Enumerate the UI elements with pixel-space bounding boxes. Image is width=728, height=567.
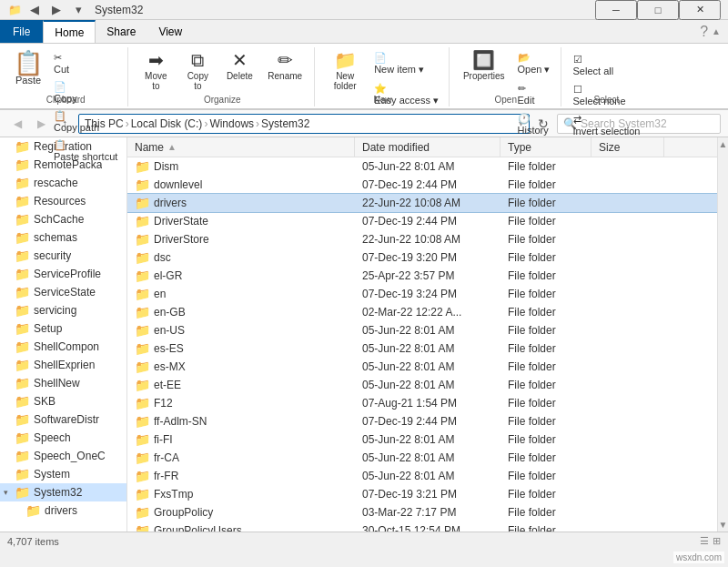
table-row[interactable]: 📁 downlevel 07-Dec-19 2:44 PM File folde…: [127, 176, 717, 194]
file-name-cell: 📁 F12: [127, 396, 355, 410]
column-name[interactable]: Name ▲: [127, 137, 355, 157]
paste-shortcut-button[interactable]: 📋 Paste shortcut: [49, 137, 122, 165]
scroll-up-btn[interactable]: ▲: [718, 137, 728, 149]
table-row[interactable]: 📁 GroupPolicy 03-Mar-22 7:17 PM File fol…: [127, 503, 717, 521]
cut-button[interactable]: ✂ Cut: [49, 49, 122, 77]
file-name-cell: 📁 GroupPolicyUsers: [127, 523, 355, 532]
ribbon-group-new: 📁 Newfolder 📄 New item ▾ ⭐ Easy access ▾…: [317, 47, 450, 106]
maximize-button[interactable]: □: [637, 0, 679, 20]
tree-item-security[interactable]: 📁 security: [0, 247, 126, 265]
table-row[interactable]: 📁 en-GB 02-Mar-22 12:22 A... File folder: [127, 303, 717, 321]
table-row[interactable]: 📁 GroupPolicyUsers 30-Oct-15 12:54 PM Fi…: [127, 521, 717, 532]
open-button[interactable]: 📂 Open ▾: [513, 49, 555, 78]
table-row[interactable]: 📁 en 07-Dec-19 3:24 PM File folder: [127, 285, 717, 303]
copy-path-button[interactable]: 📋 Copy path: [49, 107, 122, 136]
tree-item-drivers[interactable]: 📁 drivers: [0, 501, 126, 520]
tree-item-servicestate[interactable]: 📁 ServiceState: [0, 283, 126, 301]
file-date-cell: 05-Jun-22 8:01 AM: [355, 379, 500, 391]
tree-item-shellexperien[interactable]: 📁 ShellExprien: [0, 356, 126, 374]
file-type-cell: File folder: [500, 215, 592, 228]
properties-label: Properties: [463, 71, 505, 81]
tree-item-serviceprofile[interactable]: 📁 ServiceProfile: [0, 265, 126, 283]
qa-back[interactable]: ◀: [25, 1, 44, 19]
table-row[interactable]: 📁 el-GR 25-Apr-22 3:57 PM File folder: [127, 267, 717, 285]
paste-button[interactable]: 📋 Paste: [9, 47, 47, 89]
table-row[interactable]: 📁 Dism 05-Jun-22 8:01 AM File folder: [127, 157, 717, 176]
tree-item-shellcompon[interactable]: 📁 ShellCompon: [0, 338, 126, 356]
tree-item-system[interactable]: 📁 System: [0, 465, 126, 483]
table-row[interactable]: 📁 fi-FI 05-Jun-22 8:01 AM File folder: [127, 430, 717, 449]
tab-file[interactable]: File: [0, 20, 43, 43]
properties-button[interactable]: 🔲 Properties: [457, 47, 511, 85]
invert-selection-button[interactable]: ⇄ Invert selection: [569, 111, 645, 139]
new-folder-button[interactable]: 📁 Newfolder: [322, 47, 368, 95]
folder-icon: 📁: [135, 378, 150, 392]
folder-icon: 📁: [135, 323, 150, 338]
select-all-button[interactable]: ☑ Select all: [569, 51, 645, 79]
file-date-cell: 05-Jun-22 8:01 AM: [355, 360, 500, 373]
tree-item-schcache[interactable]: 📁 SchCache: [0, 210, 126, 228]
table-row[interactable]: 📁 DriverState 07-Dec-19 2:44 PM File fol…: [127, 212, 717, 230]
table-row[interactable]: 📁 F12 07-Aug-21 1:54 PM File folder: [127, 394, 717, 412]
table-row[interactable]: 📁 et-EE 05-Jun-22 8:01 AM File folder: [127, 376, 717, 394]
tree-item-softwaredistr[interactable]: 📁 SoftwareDistr: [0, 410, 126, 429]
tree-item-resources[interactable]: 📁 Resources: [0, 192, 126, 210]
file-date-cell: 05-Jun-22 8:01 AM: [355, 324, 500, 337]
table-row[interactable]: 📁 drivers 22-Jun-22 10:08 AM File folder: [127, 194, 717, 212]
tab-share[interactable]: Share: [96, 20, 147, 43]
folder-icon: 📁: [135, 196, 150, 210]
tree-item-shellnew[interactable]: 📁 ShellNew: [0, 374, 126, 392]
tree-item-setup[interactable]: 📁 Setup: [0, 319, 126, 338]
folder-icon: 📁: [135, 414, 150, 429]
file-type-cell: File folder: [500, 197, 592, 209]
copy-path-label: Copy path: [54, 122, 99, 133]
qa-down[interactable]: ▾: [69, 1, 87, 19]
right-scrollbar[interactable]: ▲ ▼: [717, 137, 728, 532]
table-row[interactable]: 📁 en-US 05-Jun-22 8:01 AM File folder: [127, 321, 717, 339]
collapse-ribbon-icon[interactable]: ▲: [712, 26, 721, 36]
folder-icon: 📁: [135, 505, 150, 520]
file-date-cell: 05-Jun-22 8:01 AM: [355, 451, 500, 464]
tree-item-servicing[interactable]: 📁 servicing: [0, 301, 126, 319]
close-button[interactable]: ✕: [679, 0, 721, 20]
copy-to-button[interactable]: ⧉ Copyto: [177, 47, 217, 95]
table-row[interactable]: 📁 FxsTmp 07-Dec-19 3:21 PM File folder: [127, 485, 717, 503]
help-icon[interactable]: ?: [700, 24, 708, 40]
tab-view[interactable]: View: [147, 20, 194, 43]
tree-item-schemas[interactable]: 📁 schemas: [0, 228, 126, 247]
folder-icon: 📁: [135, 214, 150, 228]
table-row[interactable]: 📁 es-MX 05-Jun-22 8:01 AM File folder: [127, 358, 717, 376]
move-to-icon: ➡: [148, 51, 164, 69]
copy-to-icon: ⧉: [191, 51, 204, 69]
minimize-button[interactable]: ─: [595, 0, 637, 20]
file-type-cell: File folder: [500, 324, 592, 337]
tree-item-system32[interactable]: ▾ 📁 System32: [0, 483, 126, 501]
rename-button[interactable]: ✏ Rename: [261, 47, 308, 85]
table-row[interactable]: 📁 fr-CA 05-Jun-22 8:01 AM File folder: [127, 449, 717, 467]
list-view-icon[interactable]: ☰: [700, 535, 709, 547]
tree-item-skb[interactable]: 📁 SKB: [0, 392, 126, 410]
file-name-cell: 📁 drivers: [127, 196, 355, 210]
tree-item-speech-onec[interactable]: 📁 Speech_OneC: [0, 447, 126, 465]
delete-button[interactable]: ✕ Delete: [219, 47, 259, 85]
tab-home[interactable]: Home: [43, 20, 96, 43]
table-row[interactable]: 📁 DriverStore 22-Jun-22 10:08 AM File fo…: [127, 230, 717, 248]
new-item-button[interactable]: 📄 New item ▾: [369, 49, 443, 78]
folder-icon: 📁: [135, 432, 150, 447]
table-row[interactable]: 📁 es-ES 05-Jun-22 8:01 AM File folder: [127, 339, 717, 358]
new-group-label: New: [317, 95, 449, 105]
history-button[interactable]: 🕐 History: [513, 110, 555, 138]
table-row[interactable]: 📁 dsc 07-Dec-19 3:20 PM File folder: [127, 248, 717, 267]
tree-item-speech[interactable]: 📁 Speech: [0, 429, 126, 447]
cut-icon: ✂: [54, 52, 62, 64]
move-to-button[interactable]: ➡ Moveto: [136, 47, 176, 95]
path-sep-2: ›: [204, 117, 207, 130]
file-type-cell: File folder: [500, 415, 592, 428]
scroll-down-btn[interactable]: ▼: [718, 520, 728, 532]
grid-view-icon[interactable]: ⊞: [713, 535, 721, 547]
path-sep-1: ›: [126, 117, 129, 130]
qa-forward[interactable]: ▶: [47, 1, 66, 19]
table-row[interactable]: 📁 ff-Adlm-SN 07-Dec-19 2:44 PM File fold…: [127, 412, 717, 430]
table-row[interactable]: 📁 fr-FR 05-Jun-22 8:01 AM File folder: [127, 467, 717, 485]
file-name-cell: 📁 es-ES: [127, 341, 355, 356]
